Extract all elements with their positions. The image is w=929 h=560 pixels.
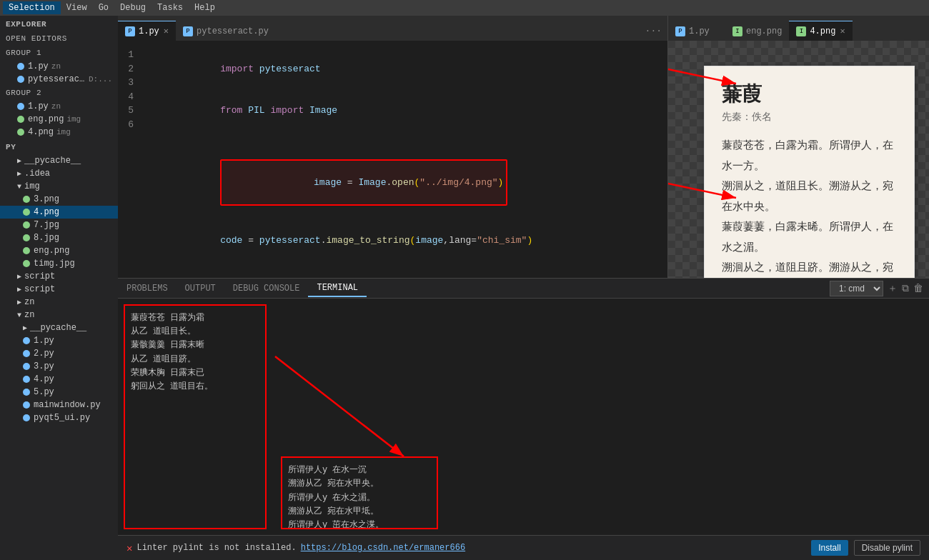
folder-arrow: ▶ (17, 272, 21, 281)
terminal-trash-btn[interactable]: 🗑 (913, 283, 923, 294)
open-file-pytesseract[interactable]: pytesseract.py D:... (0, 73, 118, 86)
tab-preview-4png[interactable]: I 4.png ✕ (789, 21, 852, 41)
menubar: Selection View Go Debug Tasks Help (0, 0, 929, 16)
folder-arrow: ▶ (17, 285, 21, 294)
file-zn-3py[interactable]: 3.py (0, 360, 118, 373)
file-mainwindow[interactable]: mainwindow.py (0, 399, 118, 411)
notification-actions: Install Disable pylint (811, 540, 920, 556)
file-zn-2py[interactable]: 2.py (0, 347, 118, 360)
code-lines: import pytesseract from PIL import Image… (139, 41, 667, 278)
file-3png[interactable]: 3.png (0, 193, 118, 206)
terminal-split-btn[interactable]: ⧉ (902, 283, 909, 294)
folder-arrow: ▶ (23, 324, 27, 332)
tab-preview-1py[interactable]: P 1.py (668, 21, 725, 41)
poem-title: 蒹葭 (722, 81, 897, 108)
menu-tasks[interactable]: Tasks (151, 1, 189, 14)
code-editor: P 1.py ✕ P pytesseract.py ··· 1 2 3 (118, 16, 668, 278)
folder-pycache-zn[interactable]: ▶ __pycache__ (0, 321, 118, 334)
code-line-4: image = Image.open("../img/4.png") (139, 146, 667, 220)
file-7jpg[interactable]: 7.jpg (0, 219, 118, 231)
terminal-output-right: 所谓伊人y 在水一沉 溯游从乙 宛在水甲央。 所谓伊人y 在水之湄。 溯游从乙 … (281, 456, 438, 529)
folder-other[interactable]: ▶ script (0, 270, 118, 283)
py-dot (23, 337, 30, 344)
poem-line-2: 溯洄从之，道阻且长。溯游从之，宛在水中央。 (722, 176, 897, 216)
file-zn-5py[interactable]: 5.py (0, 386, 118, 399)
tab-1py[interactable]: P 1.py ✕ (118, 21, 176, 41)
file-engpng[interactable]: eng.png (0, 244, 118, 257)
poem-author: 先秦：佚名 (722, 111, 897, 124)
tab-1py-label: 1.py (139, 26, 159, 36)
file-zn-1py[interactable]: 1.py (0, 334, 118, 347)
menu-debug[interactable]: Debug (114, 1, 151, 14)
terminal-dropdown[interactable]: 1: cmd (830, 281, 883, 296)
open-file-1py-g2[interactable]: 1.py zn (0, 100, 118, 113)
file-8jpg[interactable]: 8.jpg (0, 231, 118, 244)
install-button[interactable]: Install (811, 540, 848, 556)
menu-go[interactable]: Go (93, 1, 114, 14)
open-file-4png[interactable]: 4.png img (0, 126, 118, 139)
menu-selection[interactable]: Selection (3, 1, 61, 14)
py-dot (23, 363, 30, 370)
terminal-right-area: 所谓伊人y 在水一沉 溯游从乙 宛在水甲央。 所谓伊人y 在水之湄。 溯游从乙 … (281, 304, 923, 529)
folder-zn[interactable]: ▼ zn (0, 309, 118, 321)
notification-text: ✕ Linter pylint is not installed. https:… (126, 542, 465, 554)
img-dot (23, 196, 30, 203)
img-icon: I (732, 26, 742, 36)
code-line-1: import pytesseract (139, 48, 667, 90)
tab-more-btn[interactable]: ··· (640, 21, 667, 41)
terminal-spacer (281, 304, 923, 456)
error-icon: ✕ (126, 542, 132, 554)
code-tabs: P 1.py ✕ P pytesseract.py ··· (118, 16, 667, 41)
folder-idea[interactable]: ▶ .idea (0, 167, 118, 180)
terminal-add-btn[interactable]: ＋ (888, 282, 898, 295)
group2-title: GROUP 2 (0, 86, 118, 100)
poem-body: 蒹葭苍苍，白露为霜。所谓伊人，在水一方。 溯洄从之，道阻且长。溯游从之，宛在水中… (722, 135, 897, 278)
tab-pytesseract[interactable]: P pytesseract.py (176, 21, 276, 41)
open-editors-title: OPEN EDITORS (0, 31, 118, 46)
tab-problems[interactable]: PROBLEMS (118, 281, 177, 296)
sidebar: EXPLORER OPEN EDITORS GROUP 1 1.py zn py… (0, 16, 118, 560)
py-dot (23, 401, 30, 409)
tab-close-1py[interactable]: ✕ (164, 26, 169, 36)
file-pyqt5ui[interactable]: pyqt5_ui.py (0, 411, 118, 424)
open-file-engpng[interactable]: eng.png img (0, 113, 118, 126)
poem-line-4: 溯洄从之，道阻且跻。溯游从之，宛在水中坻。 (722, 257, 897, 278)
folder-templates[interactable]: ▶ zn (0, 296, 118, 309)
tab-pytesseract-label: pytesseract.py (197, 26, 269, 36)
tab-close-4png[interactable]: ✕ (840, 26, 845, 36)
file-timgjpg[interactable]: timg.jpg (0, 257, 118, 270)
folder-script[interactable]: ▶ script (0, 283, 118, 296)
tab-preview-engpng[interactable]: I eng.png (725, 21, 789, 41)
tab-terminal[interactable]: TERMINAL (308, 280, 367, 297)
py-section-title: PY (0, 139, 118, 154)
file-4png[interactable]: 4.png (0, 206, 118, 219)
code-line-2: from PIL import Image (139, 90, 667, 132)
py-dot (17, 76, 24, 83)
image-preview-tabs: P 1.py I eng.png I 4.png ✕ (668, 16, 929, 41)
line-numbers: 1 2 3 4 5 6 (118, 41, 139, 278)
menu-view[interactable]: View (61, 1, 93, 14)
editor-area: P 1.py ✕ P pytesseract.py ··· 1 2 3 (118, 16, 929, 560)
folder-pycache[interactable]: ▶ __pycache__ (0, 154, 118, 167)
poem-card: 蒹葭 先秦：佚名 蒹葭苍苍，白露为霜。所谓伊人，在水一方。 溯洄从之，道阻且长。… (704, 66, 915, 278)
tab-output[interactable]: OUTPUT (177, 281, 224, 296)
terminal-toolbar: 1: cmd ＋ ⧉ 🗑 (830, 281, 929, 296)
code-line-3 (139, 131, 667, 146)
menu-help[interactable]: Help (189, 1, 221, 14)
folder-arrow: ▶ (17, 298, 21, 306)
img-dot (17, 116, 24, 123)
disable-pylint-button[interactable]: Disable pylint (854, 540, 920, 556)
open-file-1py-g1[interactable]: 1.py zn (0, 60, 118, 73)
folder-arrow: ▶ (17, 169, 21, 178)
py-icon: P (675, 26, 685, 36)
img-icon: I (796, 26, 806, 36)
folder-img[interactable]: ▼ img (0, 180, 118, 193)
img-dot (23, 247, 30, 254)
tab-debug-console[interactable]: DEBUG CONSOLE (224, 281, 309, 296)
notification-link[interactable]: https://blog.csdn.net/ermaner666 (301, 543, 465, 553)
file-zn-4py[interactable]: 4.py (0, 373, 118, 386)
notification-bar: ✕ Linter pylint is not installed. https:… (118, 535, 929, 560)
py-dot (23, 414, 30, 421)
img-dot (23, 221, 30, 229)
folder-arrow: ▶ (17, 156, 21, 165)
